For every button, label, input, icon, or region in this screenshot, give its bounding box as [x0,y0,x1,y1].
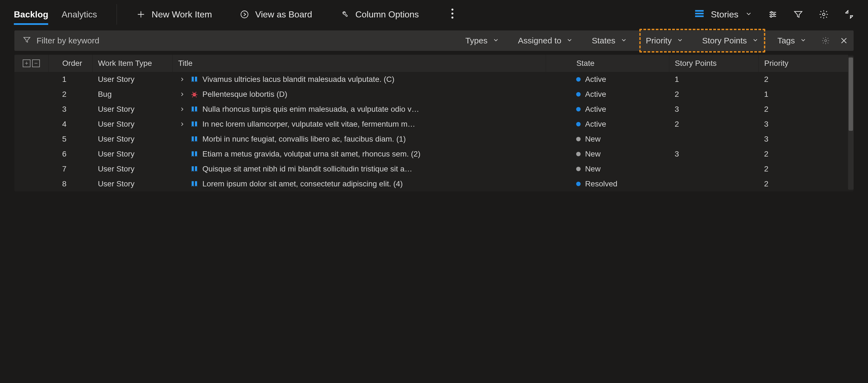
filter-priority[interactable]: Priority [645,34,684,47]
user-story-icon [190,165,198,173]
cell-title[interactable]: Nulla rhoncus turpis quis enim malesuada… [203,105,419,114]
cell-order: 3 [49,102,92,117]
column-priority[interactable]: Priority [758,55,848,72]
cell-title[interactable]: Vivamus ultricies lacus blandit malesuad… [203,75,395,84]
cell-title[interactable]: Lorem ipsum dolor sit amet, consectetur … [203,179,403,188]
cell-title[interactable]: Etiam a metus gravida, volutpat urna sit… [203,150,420,159]
filter-right-icons [822,36,848,45]
view-as-board-button[interactable]: View as Board [240,9,312,20]
cell-type: User Story [92,176,173,192]
table-row[interactable]: 4 User Story In nec lorem ullamcorper, v… [14,117,848,132]
filter-types-label: Types [465,36,488,45]
close-filter-button[interactable] [840,36,848,45]
table-row[interactable]: 3 User Story Nulla rhoncus turpis quis e… [14,102,848,117]
filter-tags-label: Tags [777,36,795,45]
cell-story-points [669,132,758,146]
chevron-down-icon [566,36,573,45]
svg-point-12 [193,93,196,97]
cell-type: User Story [92,102,173,117]
filter-icon [23,36,31,46]
view-options-button[interactable] [768,9,778,20]
expand-all-button[interactable]: + [23,60,30,67]
plus-icon [136,10,146,19]
state-dot-icon [576,92,581,97]
backlog-level-picker[interactable]: Stories [695,9,752,20]
column-options-button[interactable]: Column Options [340,9,418,20]
user-story-icon [190,105,198,113]
toolbar-right: Stories [695,9,854,20]
cell-story-points [669,176,758,192]
expand-chevron-icon[interactable] [178,106,186,112]
state-dot-icon [576,122,581,126]
exit-fullscreen-button[interactable] [844,9,854,20]
cell-story-points: 1 [669,72,758,87]
expand-chevron-icon[interactable] [178,121,186,127]
filter-types[interactable]: Types [464,34,500,47]
column-expand-collapse: + − [14,55,49,72]
arrow-right-circle-icon [240,10,249,19]
tab-analytics[interactable]: Analytics [61,0,97,29]
column-story-points[interactable]: Story Points [669,55,758,72]
svg-point-14 [195,94,195,95]
table-row[interactable]: 5 User Story Morbi in nunc feugiat, conv… [14,132,848,146]
state-dot-icon [576,107,581,111]
cell-story-points: 2 [669,117,758,132]
cell-title[interactable]: Pellentesque lobortis (D) [203,90,287,99]
cell-order: 4 [49,117,92,132]
table-row[interactable]: 6 User Story Etiam a metus gravida, volu… [14,146,848,162]
expand-chevron-icon[interactable] [178,91,186,97]
cell-state: Active [585,90,606,99]
scrollbar[interactable] [848,57,854,190]
scrollbar-thumb[interactable] [848,58,853,131]
filter-input-wrap [23,36,175,46]
filter-assigned-to[interactable]: Assigned to [517,34,574,47]
cell-type: User Story [92,132,173,146]
svg-point-11 [825,39,827,42]
cell-type: User Story [92,146,173,162]
table-row[interactable]: 2 Bug Pellentesque lobortis (D) Active 2… [14,87,848,102]
expand-chevron-icon[interactable] [178,76,186,82]
cell-title[interactable]: In nec lorem ullamcorper, vulputate veli… [203,120,415,129]
column-state[interactable]: State [546,55,669,72]
table-row[interactable]: 8 User Story Lorem ipsum dolor sit amet,… [14,176,848,192]
filter-states[interactable]: States [591,34,628,47]
cell-priority: 2 [758,176,848,192]
filter-tags[interactable]: Tags [776,34,808,47]
wrench-icon [340,10,349,19]
new-work-item-button[interactable]: New Work Item [136,9,212,20]
more-actions-button[interactable] [446,8,458,21]
user-story-icon [190,120,198,128]
table-row[interactable]: 1 User Story Vivamus ultricies lacus bla… [14,72,848,87]
filter-toggle-button[interactable] [793,9,803,20]
svg-point-9 [770,16,772,18]
cell-story-points: 3 [669,102,758,117]
cell-title[interactable]: Quisque sit amet nibh id mi blandit soll… [203,165,412,173]
cell-title[interactable]: Morbi in nunc feugiat, convallis libero … [203,135,406,143]
collapse-all-button[interactable]: − [32,60,40,67]
cell-priority: 2 [758,162,848,176]
cell-order: 1 [49,72,92,87]
cell-state: New [585,165,600,173]
chevron-down-icon [800,36,807,45]
filter-settings-button[interactable] [822,36,830,45]
filter-story-points-label: Story Points [702,36,747,45]
new-work-item-label: New Work Item [152,9,212,20]
separator [117,4,117,25]
filter-keyword-input[interactable] [36,36,175,45]
filter-bar: Types Assigned to States Priority Story … [14,30,854,51]
table-row[interactable]: 7 User Story Quisque sit amet nibh id mi… [14,162,848,176]
svg-rect-5 [695,13,704,14]
chevron-down-icon [620,36,627,45]
svg-rect-4 [695,10,704,12]
column-order[interactable]: Order [49,55,92,72]
column-work-item-type[interactable]: Work Item Type [92,55,173,72]
settings-button[interactable] [819,9,829,20]
tab-backlog[interactable]: Backlog [14,0,48,29]
filter-pills: Types Assigned to States Priority Story … [464,34,808,47]
state-dot-icon [576,152,581,156]
column-title[interactable]: Title [173,55,546,72]
svg-point-10 [823,13,825,16]
filter-story-points[interactable]: Story Points [701,34,760,47]
cell-type: Bug [92,87,173,102]
svg-point-1 [451,8,453,10]
